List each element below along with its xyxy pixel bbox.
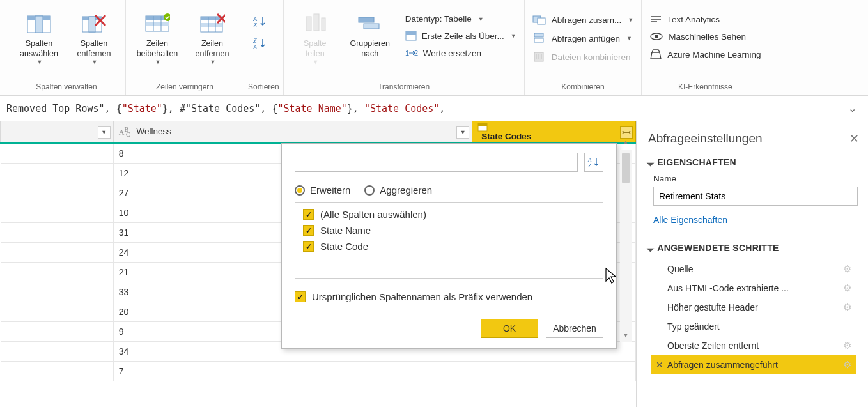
remove-columns-label: Spalten entfernen — [77, 39, 111, 59]
applied-step[interactable]: Typ geändert — [651, 317, 856, 336]
merge-queries-button[interactable]: Abfragen zusam...▼ — [529, 14, 637, 26]
applied-steps-header[interactable]: ANGEWENDETE SCHRITTE — [648, 243, 856, 253]
remove-rows-button[interactable]: Zeilen entfernen▼ — [185, 9, 240, 73]
first-row-headers-button[interactable]: Erste Zeile als Über...▼ — [401, 31, 520, 41]
replace-values-button[interactable]: 12 Werte ersetzen — [401, 48, 520, 58]
gear-icon[interactable]: ⚙ — [843, 302, 851, 313]
column-state-codes-header[interactable]: State Codes — [472, 121, 636, 143]
check-prefix[interactable]: Ursprünglichen Spaltennamen als Präfix v… — [295, 291, 603, 302]
split-column-button[interactable]: Spalte teilen▼ — [288, 9, 343, 73]
expand-column-button[interactable] — [620, 126, 633, 139]
keep-rows-button[interactable]: Zeilen beibehalten▼ — [130, 9, 185, 73]
replace-values-icon: 12 — [405, 48, 418, 58]
group-columns-label: Spalten verwalten — [12, 80, 121, 93]
step-label: Oberste Zeilen entfernt — [667, 341, 759, 351]
svg-rect-29 — [364, 24, 379, 29]
vision-button[interactable]: Maschinelles Sehen — [646, 31, 764, 42]
svg-rect-10 — [146, 22, 169, 26]
chevron-down-icon: ▼ — [210, 59, 216, 66]
aml-button[interactable]: Azure Machine Learning — [646, 49, 764, 60]
group-combine-label: Kombinieren — [529, 80, 637, 93]
checkbox-on-icon — [303, 209, 314, 220]
applied-step[interactable]: Höher gestufte Header⚙ — [651, 298, 856, 317]
scroll-up-icon[interactable]: ▲ — [620, 139, 632, 150]
svg-rect-37 — [534, 38, 543, 42]
chevron-down-icon: ▼ — [92, 59, 98, 66]
choose-columns-button[interactable]: Spalten auswählen▼ — [12, 9, 66, 73]
svg-text:2: 2 — [414, 49, 418, 57]
scroll-down-icon[interactable]: ▼ — [620, 332, 632, 343]
keep-rows-icon — [144, 10, 170, 36]
applied-step[interactable]: ✕Abfragen zusammengeführt⚙ — [651, 355, 856, 374]
chevron-down-icon: ▼ — [628, 17, 633, 23]
gear-icon[interactable]: ⚙ — [843, 359, 851, 371]
remove-columns-button[interactable]: Spalten entfernen▼ — [66, 9, 121, 73]
combine-files-button: Dateien kombinieren — [529, 51, 637, 63]
group-by-icon — [357, 10, 383, 36]
table-row[interactable]: 7 — [1, 361, 636, 381]
expand-search-input[interactable] — [295, 153, 578, 172]
ok-button[interactable]: OK — [481, 319, 538, 338]
query-name-input[interactable] — [653, 187, 858, 206]
gear-icon[interactable]: ⚙ — [843, 340, 851, 351]
scroll-thumb[interactable] — [622, 153, 630, 183]
delete-step-icon[interactable]: ✕ — [656, 360, 663, 370]
sort-az-button[interactable]: AZ — [584, 153, 603, 172]
settings-title: Abfrageeinstellungen — [648, 132, 856, 146]
choose-columns-icon — [26, 10, 52, 36]
expand-formula-button[interactable]: ⌄ — [841, 102, 863, 114]
radio-aggregate[interactable]: Aggregieren — [364, 185, 432, 196]
step-label: Abfragen zusammengeführt — [667, 360, 778, 370]
svg-rect-45 — [478, 123, 487, 126]
check-state-name[interactable]: State Name — [303, 225, 595, 236]
gear-icon[interactable]: ⚙ — [843, 282, 851, 294]
svg-rect-35 — [538, 18, 545, 24]
applied-step[interactable]: Quelle⚙ — [651, 259, 856, 279]
radio-expand[interactable]: Erweitern — [295, 185, 350, 196]
check-state-code[interactable]: State Code — [303, 241, 595, 252]
column-wellness-header[interactable]: ABC Wellness ▼ — [113, 121, 472, 143]
type-text-icon: ABC — [119, 128, 130, 137]
aml-icon — [649, 49, 662, 60]
svg-text:A: A — [253, 43, 258, 50]
sort-asc-button[interactable]: AZ — [251, 14, 270, 29]
applied-step[interactable]: Oberste Zeilen entfernt⚙ — [651, 336, 856, 355]
column-state-codes-label: State Codes — [481, 132, 531, 141]
combine-files-icon — [532, 51, 546, 63]
svg-rect-16 — [201, 23, 222, 27]
popup-scrollbar[interactable]: ▲ ▼ — [620, 150, 632, 342]
split-column-label: Spalte teilen — [304, 39, 326, 59]
applied-step[interactable]: Aus HTML-Code extrahierte ...⚙ — [651, 279, 856, 298]
group-by-button[interactable]: Gruppieren nach — [343, 9, 398, 73]
group-transform-label: Transformieren — [288, 80, 520, 93]
row-number-cell — [1, 242, 114, 262]
cancel-button[interactable]: Abbrechen — [546, 319, 603, 338]
gear-icon[interactable]: ⚙ — [843, 263, 851, 275]
close-button[interactable]: ✕ — [849, 132, 859, 146]
append-queries-button[interactable]: Abfragen anfügen▼ — [529, 33, 637, 44]
chevron-down-icon: ▼ — [313, 59, 318, 66]
row-number-cell — [1, 163, 114, 183]
group-rows-label: Zeilen verringern — [130, 80, 240, 93]
sort-desc-button[interactable]: ZA — [251, 36, 270, 51]
datatype-button[interactable]: Datentyp: Tabelle▼ — [401, 14, 520, 24]
radio-on-icon — [295, 185, 305, 196]
column-filter-button[interactable]: ▼ — [98, 126, 111, 139]
row-header-column[interactable]: ▼ — [1, 121, 114, 143]
checkbox-on-icon — [303, 225, 314, 236]
append-queries-icon — [532, 33, 546, 44]
group-ki-label: KI-Erkenntnisse — [646, 80, 764, 93]
row-number-cell — [1, 262, 114, 282]
formula-bar-text[interactable]: Removed Top Rows", {"State"}, #"State Co… — [5, 103, 841, 114]
remove-rows-label: Zeilen entfernen — [196, 39, 229, 59]
properties-section-header[interactable]: EIGENSCHAFTEN — [648, 157, 856, 167]
text-analytics-button[interactable]: Text Analytics — [646, 14, 764, 24]
vision-icon — [649, 31, 663, 42]
all-properties-link[interactable]: Alle Eigenschaften — [653, 215, 727, 225]
row-number-cell — [1, 361, 114, 381]
column-filter-button[interactable]: ▼ — [456, 126, 469, 139]
check-select-all[interactable]: (Alle Spalten auswählen) — [303, 209, 595, 220]
expand-popup: AZ Erweitern Aggregieren (Alle Spalten a… — [281, 143, 617, 349]
remove-columns-icon — [81, 10, 107, 36]
chevron-down-icon: ▼ — [37, 59, 43, 66]
